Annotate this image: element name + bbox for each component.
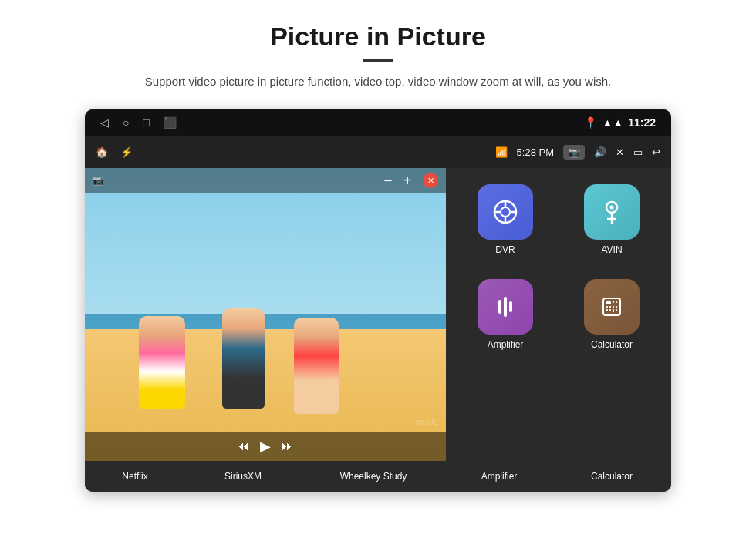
pip-time: 5:28 PM — [517, 146, 554, 158]
svg-rect-11 — [504, 297, 507, 317]
svg-rect-18 — [609, 306, 611, 308]
app-item-calculator[interactable]: Calculator — [562, 271, 662, 359]
svg-rect-19 — [613, 306, 614, 308]
svg-rect-23 — [613, 309, 614, 312]
back-icon[interactable]: ↩ — [652, 146, 660, 158]
video-scene — [85, 168, 446, 461]
app-icon-amplifier — [478, 279, 533, 335]
volume-icon[interactable]: 🔊 — [594, 146, 606, 158]
app-item-dvr[interactable]: DVR — [455, 176, 555, 264]
app-item-amplifier[interactable]: Amplifier — [455, 271, 555, 359]
svg-rect-21 — [606, 309, 608, 311]
app-icon-avin — [584, 184, 640, 240]
usb-icon: ⚡ — [120, 146, 133, 158]
pip-icon[interactable]: ▭ — [633, 146, 643, 158]
app-label-amplifier: Amplifier — [488, 339, 524, 350]
app-label-calculator: Calculator — [591, 339, 633, 350]
svg-rect-17 — [606, 306, 608, 308]
person3 — [294, 318, 339, 414]
title-divider — [363, 59, 393, 62]
location-icon: 📍 — [584, 116, 597, 129]
bottom-labels-row: Netflix SiriusXM Wheelkey Study Amplifie… — [85, 461, 671, 492]
top-bar-right: 📶 5:28 PM 📷 🔊 ✕ ▭ ↩ — [495, 145, 660, 160]
svg-rect-20 — [616, 306, 617, 308]
page-subtitle: Support video picture in picture functio… — [108, 72, 648, 91]
android-status-bar: ◁ ○ □ ⬛ 📍 ▲▲ 11:22 — [85, 109, 671, 136]
pip-cam-icon: 📷 — [93, 175, 104, 187]
app-item-avin[interactable]: AVIN — [562, 176, 662, 264]
home-icon[interactable]: 🏠 — [96, 146, 108, 158]
camera-icon[interactable]: 📷 — [563, 145, 585, 160]
wifi-status-icon: 📶 — [495, 146, 508, 158]
back-nav-icon[interactable]: ◁ — [100, 116, 109, 129]
bottom-label-wheelkey: Wheelkey Study — [301, 471, 446, 482]
app-top-bar: 🏠 ⚡ 📶 5:28 PM 📷 🔊 ✕ ▭ ↩ — [85, 136, 671, 168]
person1 — [139, 316, 185, 409]
clock: 11:22 — [628, 116, 656, 129]
app-label-avin: AVIN — [601, 244, 622, 255]
svg-rect-24 — [616, 309, 617, 311]
svg-rect-12 — [509, 301, 512, 312]
page-title: Picture in Picture — [46, 22, 710, 52]
pip-play-button[interactable]: ▶ — [260, 438, 271, 455]
pip-video[interactable]: 📷 − + ✕ ⏮ ▶ ⏭ vc799 — [85, 168, 446, 461]
pip-next-button[interactable]: ⏭ — [282, 439, 294, 453]
apps-grid: DVR AVIN — [446, 168, 671, 461]
app-icon-dvr — [478, 184, 533, 240]
pip-top-bar: 📷 − + ✕ — [85, 168, 446, 193]
app-content: 📷 − + ✕ ⏮ ▶ ⏭ vc799 — [85, 168, 671, 461]
svg-rect-15 — [613, 301, 614, 303]
bottom-label-siriusxm: SiriusXM — [185, 471, 301, 482]
svg-rect-22 — [609, 309, 611, 311]
person2 — [222, 308, 265, 409]
pip-plus-button[interactable]: + — [403, 172, 412, 190]
app-icon-calculator — [584, 279, 640, 335]
svg-rect-13 — [603, 298, 620, 315]
svg-rect-16 — [616, 301, 617, 303]
pip-container: 📷 − + ✕ ⏮ ▶ ⏭ vc799 — [85, 168, 446, 461]
pip-bottom-bar: ⏮ ▶ ⏭ — [85, 432, 446, 461]
status-indicators: 📍 ▲▲ 11:22 — [584, 116, 656, 129]
pip-close-button[interactable]: ✕ — [423, 173, 438, 188]
svg-point-7 — [610, 206, 614, 210]
wifi-icon: ▲▲ — [602, 116, 623, 129]
svg-point-1 — [501, 207, 510, 217]
bottom-label-amplifier-bottom: Amplifier — [446, 471, 552, 482]
svg-rect-10 — [498, 300, 501, 314]
extra-nav-icon: ⬛ — [164, 116, 177, 129]
pip-prev-button[interactable]: ⏮ — [237, 439, 249, 453]
recent-nav-icon[interactable]: □ — [143, 116, 149, 129]
watermark: vc799 — [416, 417, 438, 426]
bottom-label-netflix: Netflix — [85, 471, 185, 482]
nav-buttons: ◁ ○ □ ⬛ — [100, 116, 177, 129]
svg-rect-14 — [606, 301, 611, 304]
top-bar-left: 🏠 ⚡ — [96, 146, 133, 158]
bottom-label-calculator-bottom: Calculator — [552, 471, 671, 482]
pip-controls-top: − + ✕ — [383, 172, 438, 190]
page-header: Picture in Picture Support video picture… — [0, 0, 756, 99]
app-label-dvr: DVR — [495, 244, 515, 255]
device-frame: ◁ ○ □ ⬛ 📍 ▲▲ 11:22 🏠 ⚡ 📶 5:28 PM 📷 🔊 ✕ ▭… — [85, 109, 671, 492]
pip-minus-button[interactable]: − — [383, 172, 392, 190]
close-icon[interactable]: ✕ — [616, 146, 624, 158]
home-nav-icon[interactable]: ○ — [123, 116, 129, 129]
